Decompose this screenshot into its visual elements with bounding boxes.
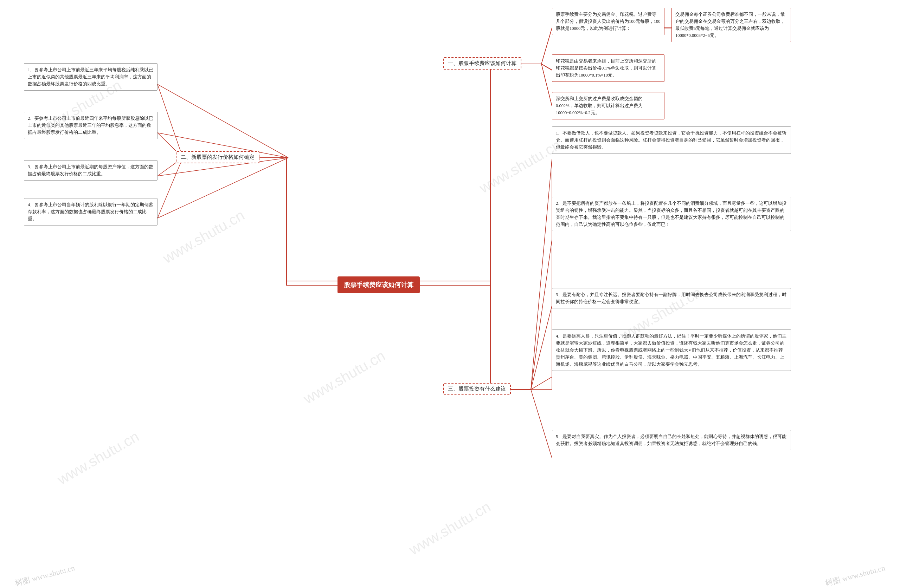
leaf-box-rm1: 1、不要做借款人，也不要做贷款人。如果投资者贷款来投资，它会干扰投资能力，不使用…	[552, 127, 791, 154]
svg-line-34	[531, 240, 552, 390]
branch-node-1: 一、股票手续费应该如何计算	[443, 57, 521, 70]
left-box-1: 1、要参考上市公司上市前最近三年来平均每股税后纯利乘以已上市的近似类的其他股票最…	[24, 63, 157, 91]
branch-node-3: 三、股票投资有什么建议	[443, 383, 511, 395]
left-box-4: 4、要参考上市公司当年预计的股利除以银行一年期的定期储蓄存款利率，这方面的数据也…	[24, 198, 157, 226]
svg-line-37	[531, 390, 552, 458]
svg-line-29	[157, 84, 288, 158]
leaf-box-rm3: 3、是要有耐心，并且专注长远。投资者要耐心持有一副好牌，用时间去换去公司成长带来…	[552, 288, 791, 308]
leaf-box-rt4: 深交所和上交所的过户费是收取成交金额的0.002%，单边收取，则可以计算出过户费…	[552, 92, 664, 119]
branch-node-2: 二、新股票的发行价格如何确定	[176, 151, 259, 163]
svg-line-36	[531, 377, 552, 390]
leaf-box-rb2: 5、是要对自我要真实。作为个人投资者，必须要明白自己的长处和短处，能耐心等待，并…	[552, 430, 791, 450]
svg-line-33	[531, 159, 552, 390]
left-box-3: 3、要参考上市公司上市前最近期的每股资产净值，这方面的数据占确最终股票发行价格的…	[24, 160, 157, 181]
svg-line-35	[531, 306, 552, 390]
leaf-box-rm2: 2、是不要把所有的资产都放在一条船上，将投资配置在几个不同的消费细分领域，而且尽…	[552, 197, 791, 231]
leaf-box-rb1: 4、是要远离人群，只注重价值，抵御人群鼓动的最好方法，记住！平时一定要少听媒体上…	[552, 330, 791, 371]
leaf-box-rt3: 印花税是由交易者来承担，目前上交所和深交所的印花税都是按卖出价格0.1%单边收取…	[552, 54, 664, 82]
svg-line-26	[542, 64, 552, 70]
mindmap-container: 股票手续费应该如何计算 一、股票手续费应该如何计算 二、新股票的发行价格如何确定…	[0, 0, 900, 588]
svg-line-25	[542, 28, 552, 64]
leaf-box-rt2: 交易佣金每个证券公司收费标准都不同，一般来说，散户的交易佣金在交易金额的万分之三…	[672, 8, 791, 42]
svg-line-27	[542, 64, 552, 106]
left-box-2: 2、要参考上市公司上市前最近四年来平均每股所获股息除以已上市的近似类的其他股票最…	[24, 112, 157, 139]
leaf-box-rt1: 股票手续费主要分为交易佣金、印花税、过户费等几个部分，假设投资人卖出的价格为10…	[552, 8, 664, 35]
central-node: 股票手续费应该如何计算	[337, 277, 420, 293]
